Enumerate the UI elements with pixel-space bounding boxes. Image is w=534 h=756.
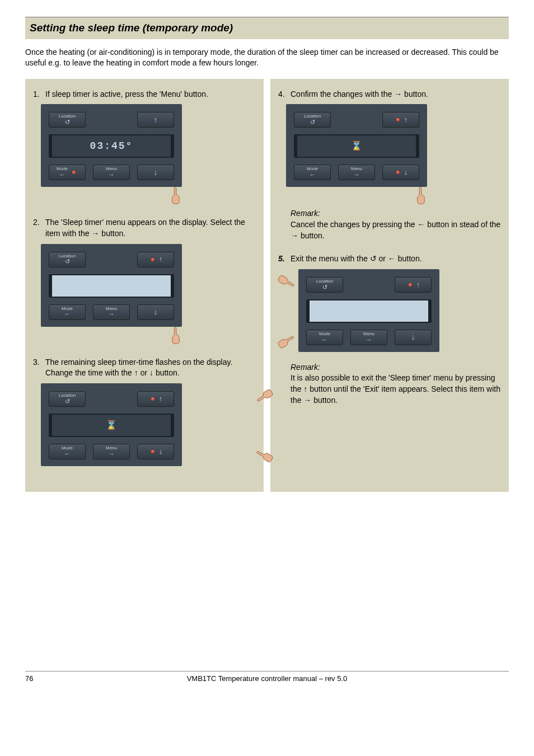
device-panel: Location ↺ ↑ ⌛ (41, 383, 182, 466)
down-button[interactable]: ↓ (395, 330, 432, 345)
location-button[interactable]: Location ↺ (49, 391, 86, 407)
loop-icon: ↺ (310, 119, 315, 125)
menu-button[interactable]: Menu → (93, 444, 130, 459)
right-arrow-icon: → (109, 311, 115, 317)
up-button[interactable]: ↑ (137, 112, 174, 128)
mode-button[interactable]: Mode ← (49, 165, 86, 180)
lcd-display: 03:45° (49, 134, 174, 158)
status-led-icon (151, 450, 154, 453)
step-number: 3. (33, 357, 45, 379)
device-panel: Location ↺ ↑ ⌛ (286, 104, 427, 187)
lcd-display: ⌛ (49, 414, 174, 437)
page-number: 76 (25, 674, 64, 684)
mode-button[interactable]: Mode ← (294, 165, 331, 180)
location-button[interactable]: Location ↺ (294, 112, 331, 128)
step-number: 5. (278, 253, 291, 265)
step-5: 5. Exit the menu with the ↺ or ← button.… (278, 253, 501, 406)
step-text: Exit the menu with the ↺ or ← button. (291, 253, 501, 265)
remark-text: Cancel the changes by pressing the ← but… (291, 220, 500, 240)
page-footer: 76 VMB1TC Temperature controller manual … (25, 671, 509, 684)
location-button[interactable]: Location ↺ (49, 252, 86, 267)
step-text: The 'Sleep timer' menu appears on the di… (45, 217, 256, 239)
left-arrow-icon: ← (64, 451, 71, 457)
pointing-hand-icon (416, 186, 426, 205)
location-button[interactable]: Location ↺ (306, 277, 343, 293)
loop-icon: ↺ (322, 284, 327, 290)
status-led-icon (151, 397, 154, 401)
right-arrow-icon: → (109, 451, 115, 457)
footer-title: VMB1TC Temperature controller manual – r… (64, 674, 470, 684)
status-led-icon (72, 171, 76, 174)
up-button[interactable]: ↑ (382, 112, 419, 128)
up-button[interactable]: ↑ (395, 277, 432, 293)
status-led-icon (396, 118, 400, 121)
down-button[interactable]: ↓ (382, 165, 419, 180)
step-number: 1. (33, 89, 45, 100)
left-arrow-icon: ← (64, 311, 71, 317)
up-arrow-icon: ↑ (154, 116, 158, 124)
step-text: The remaining sleep timer-time flashes o… (45, 357, 256, 379)
remark-block: Remark: It is also possible to exit the … (291, 362, 501, 406)
pointing-hand-icon (276, 273, 297, 291)
menu-button[interactable]: Menu → (350, 330, 387, 345)
up-arrow-icon: ↑ (159, 255, 163, 263)
down-button[interactable]: ↓ (137, 304, 174, 320)
right-arrow-icon: → (109, 172, 115, 178)
device-panel: Location ↺ ↑ 03:45° (41, 104, 182, 187)
section-title-bar: Setting the sleep time (temporary mode) (25, 17, 509, 39)
left-column: 1. If sleep timer is active, press the '… (25, 79, 264, 492)
section-title: Setting the sleep time (temporary mode) (30, 21, 504, 36)
mode-button[interactable]: Mode ← (49, 444, 86, 459)
step-2: 2. The 'Sleep timer' menu appears on the… (33, 217, 256, 344)
status-led-icon (409, 283, 412, 287)
location-button[interactable]: Location ↺ (49, 112, 86, 128)
up-arrow-icon: ↑ (404, 116, 408, 124)
step-4: 4. Confirm the changes with the → button… (278, 89, 501, 241)
down-arrow-icon: ↓ (159, 448, 163, 456)
up-arrow-icon: ↑ (159, 395, 163, 403)
mode-button[interactable]: Mode ← (306, 330, 343, 345)
device-panel: Location ↺ ↑ Mode (298, 269, 439, 352)
down-arrow-icon: ↓ (154, 308, 158, 316)
down-arrow-icon: ↓ (404, 168, 408, 176)
down-button[interactable]: ↓ (137, 165, 174, 180)
step-number: 2. (33, 217, 45, 239)
down-arrow-icon: ↓ (411, 333, 415, 341)
menu-button[interactable]: Menu → (338, 165, 375, 180)
lcd-display: ⌛ (294, 134, 419, 158)
status-led-icon (151, 258, 154, 261)
right-column: 4. Confirm the changes with the → button… (270, 79, 509, 492)
left-arrow-icon: ← (59, 172, 65, 178)
remark-label: Remark: (291, 363, 320, 372)
left-arrow-icon: ← (310, 172, 316, 178)
left-arrow-icon: ← (322, 337, 328, 343)
step-text: Confirm the changes with the → button. (291, 89, 501, 100)
lcd-display (306, 299, 432, 323)
hourglass-icon: ⌛ (351, 140, 362, 152)
right-arrow-icon: → (354, 172, 360, 178)
loop-icon: ↺ (65, 259, 70, 265)
remark-block: Remark: Cancel the changes by pressing t… (291, 208, 501, 241)
mode-button[interactable]: Mode ← (49, 304, 86, 320)
up-button[interactable]: ↑ (137, 252, 174, 267)
step-1: 1. If sleep timer is active, press the '… (33, 89, 256, 205)
up-button[interactable]: ↑ (137, 391, 174, 407)
status-led-icon (396, 171, 400, 174)
up-arrow-icon: ↑ (416, 281, 420, 289)
right-arrow-icon: → (366, 337, 372, 343)
down-button[interactable]: ↓ (137, 444, 174, 459)
pointing-hand-icon (171, 186, 181, 205)
step-text: If sleep timer is active, press the 'Men… (45, 89, 256, 100)
remark-text: It is also possible to exit the 'Sleep t… (291, 373, 500, 404)
down-arrow-icon: ↓ (154, 168, 158, 177)
pointing-hand-icon (171, 326, 181, 345)
lcd-display (49, 274, 174, 298)
menu-button[interactable]: Menu → (93, 304, 130, 320)
device-panel: Location ↺ ↑ Mode (41, 244, 182, 327)
hourglass-icon: ⌛ (106, 419, 117, 431)
remark-label: Remark: (291, 209, 320, 218)
section-intro: Once the heating (or air-conditioning) i… (25, 47, 509, 69)
document-page: Setting the sleep time (temporary mode) … (0, 0, 534, 695)
menu-button[interactable]: Menu → (93, 165, 130, 180)
loop-icon: ↺ (65, 119, 70, 125)
